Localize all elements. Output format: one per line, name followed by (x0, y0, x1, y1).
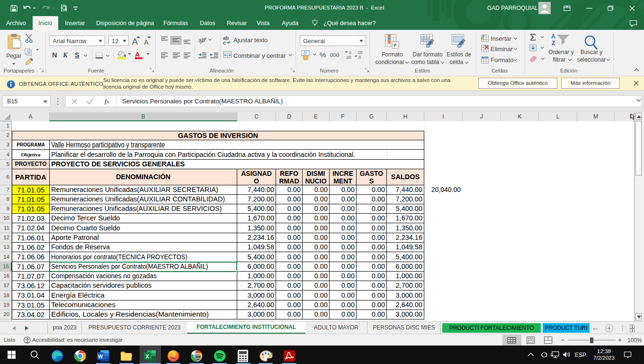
svg-text:%: % (320, 51, 326, 59)
svg-text:00: 00 (358, 50, 363, 55)
svg-text:A: A (132, 37, 138, 46)
svg-text:≠: ≠ (394, 42, 397, 48)
svg-text:Z: Z (552, 40, 555, 46)
svg-text:,0: ,0 (358, 55, 361, 60)
svg-text:A: A (144, 38, 149, 46)
svg-text:c: c (223, 40, 226, 45)
svg-text:Pegar: Pegar (7, 53, 21, 59)
svg-text:000: 000 (330, 52, 340, 58)
svg-text:X: X (145, 354, 149, 359)
svg-text:A: A (551, 33, 555, 40)
svg-text:0: 0 (349, 50, 351, 55)
svg-text:A: A (135, 51, 140, 58)
svg-text:W: W (98, 354, 103, 359)
svg-text:,00: ,00 (346, 55, 351, 60)
